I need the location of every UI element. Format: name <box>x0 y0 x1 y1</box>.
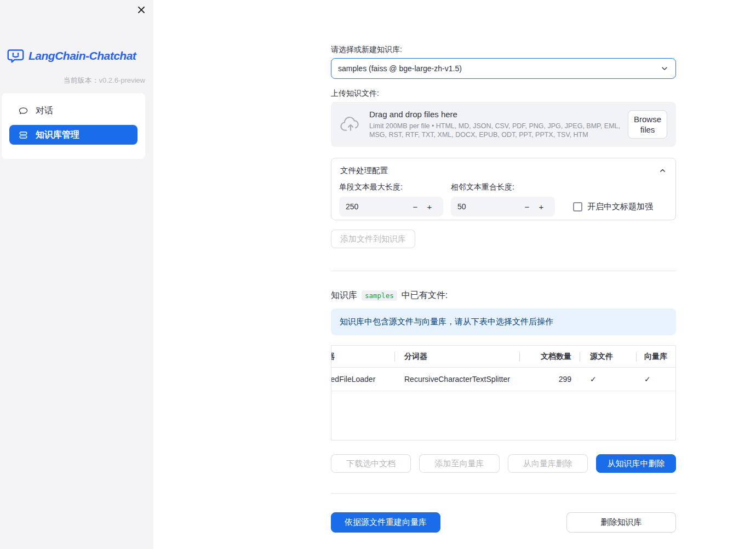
file-config-expander: 文件处理配置 单段文本最大长度: 250 − + 相邻文本重合长度: 50 <box>331 158 676 220</box>
cell-loader: UnstructuredFileLoader <box>331 368 394 391</box>
divider <box>331 271 676 271</box>
kb-files-prefix: 知识库 <box>331 290 357 301</box>
sidebar-menu: 对话 知识库管理 <box>2 93 145 159</box>
main-content: 请选择或新建知识库: samples (faiss @ bge-large-zh… <box>331 0 676 533</box>
browse-files-button[interactable]: Browse files <box>628 110 667 139</box>
add-to-vector-store-button[interactable]: 添加至向量库 <box>419 454 499 473</box>
delete-from-vector-store-button[interactable]: 从向量库删除 <box>508 454 588 473</box>
dropzone-instructions: Drag and drop files here Limit 200MB per… <box>369 110 620 139</box>
version-info: 当前版本：v0.2.6-preview <box>63 76 145 85</box>
table-header-row: 文档加载器 分词器 文档数量 源文件 向量库 <box>331 346 675 368</box>
app-logo: LangChain-Chatchat <box>7 48 136 64</box>
info-alert-text: 知识库中包含源文件与向量库，请从下表中选择文件后操作 <box>340 317 553 327</box>
chunk-size-group: 单段文本最大长度: 250 − + <box>339 181 443 216</box>
overlap-size-increment-button[interactable]: + <box>534 202 548 211</box>
chunk-size-label: 单段文本最大长度: <box>339 181 443 192</box>
expander-body: 单段文本最大长度: 250 − + 相邻文本重合长度: 50 − + 开启中文标… <box>331 181 675 216</box>
upload-label: 上传知识文件: <box>331 88 676 99</box>
kb-management-buttons: 依据源文件重建向量库 删除知识库 <box>331 512 676 533</box>
chevron-down-icon <box>660 64 669 73</box>
add-files-to-kb-button[interactable]: 添加文件到知识库 <box>331 230 415 248</box>
cell-doc-count: 299 <box>519 368 580 391</box>
kb-files-suffix: 中已有文件: <box>402 290 448 301</box>
sidebar-close-icon[interactable] <box>136 4 147 15</box>
chunk-size-decrement-button[interactable]: − <box>408 202 422 211</box>
chat-bubble-icon <box>18 106 28 116</box>
kb-selectbox[interactable]: samples (faiss @ bge-large-zh-v1.5) <box>331 58 676 79</box>
rebuild-vector-store-button[interactable]: 依据源文件重建向量库 <box>331 512 440 533</box>
kb-files-table[interactable]: 文档加载器 分词器 文档数量 源文件 向量库 UnstructuredFileL… <box>331 345 676 441</box>
divider <box>331 493 676 494</box>
chevron-up-icon <box>658 167 667 175</box>
expander-title: 文件处理配置 <box>340 165 388 176</box>
column-header-splitter[interactable]: 分词器 <box>394 346 519 367</box>
download-selected-docs-button[interactable]: 下载选中文档 <box>331 454 411 473</box>
overlap-size-value: 50 <box>457 202 520 211</box>
column-header-doc-count[interactable]: 文档数量 <box>519 346 580 367</box>
version-value: v0.2.6-preview <box>99 76 145 84</box>
cell-source-file-check: ✓ <box>580 368 636 391</box>
overlap-size-input[interactable]: 50 − + <box>451 197 555 216</box>
sidebar: LangChain-Chatchat 当前版本：v0.2.6-preview 对… <box>0 0 153 549</box>
kb-selectbox-value: samples (faiss @ bge-large-zh-v1.5) <box>338 64 660 73</box>
zh-title-enhance-checkbox[interactable] <box>573 202 582 211</box>
chat-smiley-logo-icon <box>7 48 25 64</box>
file-action-buttons: 下载选中文档 添加至向量库 从向量库删除 从知识库中删除 <box>331 454 676 473</box>
kb-select-label: 请选择或新建知识库: <box>331 44 676 55</box>
dropzone-limits: Limit 200MB per file • HTML, MD, JSON, C… <box>369 122 620 139</box>
overlap-size-decrement-button[interactable]: − <box>520 202 534 211</box>
sidebar-item-dialogue[interactable]: 对话 <box>9 101 138 121</box>
dropzone-title: Drag and drop files here <box>369 110 620 119</box>
column-header-vector-store[interactable]: 向量库 <box>636 346 675 367</box>
delete-from-kb-button[interactable]: 从知识库中删除 <box>596 454 676 473</box>
cloud-upload-icon <box>340 116 362 133</box>
sidebar-item-label: 对话 <box>36 105 53 117</box>
info-alert: 知识库中包含源文件与向量库，请从下表中选择文件后操作 <box>331 308 676 335</box>
zh-title-enhance-group: 开启中文标题加强 <box>573 201 653 212</box>
file-dropzone[interactable]: Drag and drop files here Limit 200MB per… <box>331 102 676 147</box>
cell-splitter: RecursiveCharacterTextSplitter <box>394 368 519 391</box>
kb-name-code: samples <box>362 290 397 301</box>
app-title: LangChain-Chatchat <box>28 49 136 62</box>
chunk-size-increment-button[interactable]: + <box>422 202 437 211</box>
column-header-loader[interactable]: 文档加载器 <box>331 346 394 367</box>
sidebar-item-label: 知识库管理 <box>36 129 79 141</box>
cell-vector-store-check: ✓ <box>636 368 675 391</box>
sidebar-item-knowledge-base[interactable]: 知识库管理 <box>9 125 138 145</box>
column-header-source-file[interactable]: 源文件 <box>580 346 636 367</box>
chunk-size-value: 250 <box>346 202 408 211</box>
delete-kb-button[interactable]: 删除知识库 <box>566 512 676 533</box>
overlap-size-label: 相邻文本重合长度: <box>451 181 555 192</box>
table-row[interactable]: UnstructuredFileLoader RecursiveCharacte… <box>331 368 675 391</box>
database-list-icon <box>18 130 28 140</box>
overlap-size-group: 相邻文本重合长度: 50 − + <box>451 181 555 216</box>
zh-title-enhance-label: 开启中文标题加强 <box>587 202 653 212</box>
version-label: 当前版本： <box>63 76 99 84</box>
expander-header[interactable]: 文件处理配置 <box>331 158 675 176</box>
chunk-size-input[interactable]: 250 − + <box>339 197 443 216</box>
kb-files-heading: 知识库 samples 中已有文件: <box>331 290 676 301</box>
